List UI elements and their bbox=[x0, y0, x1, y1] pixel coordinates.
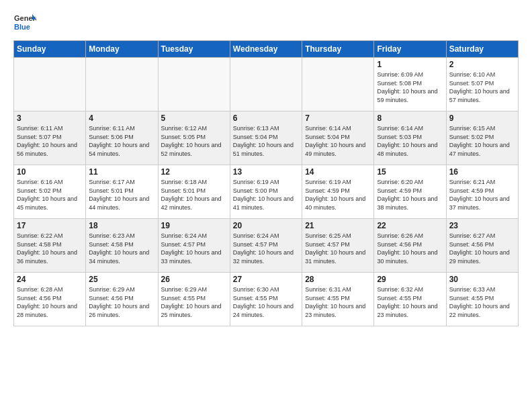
day-number: 18 bbox=[89, 221, 154, 230]
calendar-cell: 24Sunrise: 6:28 AMSunset: 4:56 PMDayligh… bbox=[14, 273, 86, 326]
calendar-cell: 20Sunrise: 6:24 AMSunset: 4:57 PMDayligh… bbox=[230, 219, 302, 273]
calendar-cell: 18Sunrise: 6:23 AMSunset: 4:58 PMDayligh… bbox=[86, 219, 158, 273]
day-info: Sunrise: 6:14 AMSunset: 5:03 PMDaylight:… bbox=[377, 124, 443, 158]
weekday-header-row: SundayMondayTuesdayWednesdayThursdayFrid… bbox=[14, 41, 519, 58]
day-info: Sunrise: 6:19 AMSunset: 4:59 PMDaylight:… bbox=[305, 178, 371, 212]
weekday-monday: Monday bbox=[86, 41, 158, 58]
calendar-cell: 28Sunrise: 6:31 AMSunset: 4:55 PMDayligh… bbox=[302, 273, 374, 326]
day-number: 30 bbox=[449, 275, 515, 284]
logo-svg: General Blue bbox=[13, 11, 36, 34]
day-info: Sunrise: 6:17 AMSunset: 5:01 PMDaylight:… bbox=[89, 178, 154, 212]
calendar-cell: 9Sunrise: 6:15 AMSunset: 5:02 PMDaylight… bbox=[446, 111, 518, 165]
calendar-cell: 10Sunrise: 6:16 AMSunset: 5:02 PMDayligh… bbox=[14, 165, 86, 219]
day-number: 3 bbox=[17, 113, 83, 123]
calendar-cell: 19Sunrise: 6:24 AMSunset: 4:57 PMDayligh… bbox=[158, 219, 230, 273]
calendar-cell: 14Sunrise: 6:19 AMSunset: 4:59 PMDayligh… bbox=[302, 165, 374, 219]
day-info: Sunrise: 6:29 AMSunset: 4:55 PMDaylight:… bbox=[161, 285, 227, 319]
weekday-thursday: Thursday bbox=[302, 41, 374, 58]
day-info: Sunrise: 6:18 AMSunset: 5:01 PMDaylight:… bbox=[161, 178, 227, 212]
day-info: Sunrise: 6:31 AMSunset: 4:55 PMDaylight:… bbox=[305, 285, 371, 319]
day-info: Sunrise: 6:24 AMSunset: 4:57 PMDaylight:… bbox=[161, 232, 227, 265]
calendar-cell: 2Sunrise: 6:10 AMSunset: 5:07 PMDaylight… bbox=[446, 58, 518, 111]
day-number: 29 bbox=[377, 275, 443, 284]
day-info: Sunrise: 6:20 AMSunset: 4:59 PMDaylight:… bbox=[377, 178, 443, 212]
calendar-cell: 16Sunrise: 6:21 AMSunset: 4:59 PMDayligh… bbox=[446, 165, 518, 219]
day-info: Sunrise: 6:32 AMSunset: 4:55 PMDaylight:… bbox=[377, 285, 443, 319]
calendar: SundayMondayTuesdayWednesdayThursdayFrid… bbox=[13, 40, 519, 326]
calendar-cell bbox=[14, 58, 86, 111]
calendar-cell: 13Sunrise: 6:19 AMSunset: 5:00 PMDayligh… bbox=[230, 165, 302, 219]
day-number: 12 bbox=[161, 167, 227, 177]
day-info: Sunrise: 6:16 AMSunset: 5:02 PMDaylight:… bbox=[17, 178, 83, 212]
day-info: Sunrise: 6:22 AMSunset: 4:58 PMDaylight:… bbox=[17, 232, 83, 265]
day-number: 15 bbox=[377, 167, 443, 177]
day-number: 27 bbox=[233, 275, 299, 284]
day-number: 5 bbox=[161, 113, 227, 123]
calendar-cell: 12Sunrise: 6:18 AMSunset: 5:01 PMDayligh… bbox=[158, 165, 230, 219]
day-number: 14 bbox=[305, 167, 371, 177]
calendar-cell: 6Sunrise: 6:13 AMSunset: 5:04 PMDaylight… bbox=[230, 111, 302, 165]
day-number: 6 bbox=[233, 113, 299, 123]
day-info: Sunrise: 6:25 AMSunset: 4:57 PMDaylight:… bbox=[305, 232, 371, 265]
day-number: 26 bbox=[161, 275, 227, 284]
day-info: Sunrise: 6:09 AMSunset: 5:08 PMDaylight:… bbox=[377, 71, 443, 104]
day-info: Sunrise: 6:29 AMSunset: 4:56 PMDaylight:… bbox=[89, 285, 154, 319]
calendar-cell: 1Sunrise: 6:09 AMSunset: 5:08 PMDaylight… bbox=[374, 58, 446, 111]
calendar-cell bbox=[158, 58, 230, 111]
weekday-wednesday: Wednesday bbox=[230, 41, 302, 58]
calendar-cell: 11Sunrise: 6:17 AMSunset: 5:01 PMDayligh… bbox=[86, 165, 158, 219]
calendar-cell: 23Sunrise: 6:27 AMSunset: 4:56 PMDayligh… bbox=[446, 219, 518, 273]
day-number: 24 bbox=[17, 275, 83, 284]
calendar-cell: 7Sunrise: 6:14 AMSunset: 5:04 PMDaylight… bbox=[302, 111, 374, 165]
day-number: 1 bbox=[377, 60, 443, 69]
day-info: Sunrise: 6:30 AMSunset: 4:55 PMDaylight:… bbox=[233, 285, 299, 319]
calendar-cell bbox=[86, 58, 158, 111]
calendar-cell: 29Sunrise: 6:32 AMSunset: 4:55 PMDayligh… bbox=[374, 273, 446, 326]
day-info: Sunrise: 6:24 AMSunset: 4:57 PMDaylight:… bbox=[233, 232, 299, 265]
logo: General Blue bbox=[13, 11, 36, 34]
week-row-5: 24Sunrise: 6:28 AMSunset: 4:56 PMDayligh… bbox=[14, 273, 519, 326]
calendar-cell: 22Sunrise: 6:26 AMSunset: 4:56 PMDayligh… bbox=[374, 219, 446, 273]
calendar-cell: 27Sunrise: 6:30 AMSunset: 4:55 PMDayligh… bbox=[230, 273, 302, 326]
day-number: 16 bbox=[449, 167, 515, 177]
week-row-3: 10Sunrise: 6:16 AMSunset: 5:02 PMDayligh… bbox=[14, 165, 519, 219]
day-number: 2 bbox=[449, 60, 515, 69]
day-info: Sunrise: 6:33 AMSunset: 4:55 PMDaylight:… bbox=[449, 285, 515, 319]
day-info: Sunrise: 6:11 AMSunset: 5:07 PMDaylight:… bbox=[17, 124, 83, 158]
day-number: 17 bbox=[17, 221, 83, 230]
calendar-cell: 4Sunrise: 6:11 AMSunset: 5:06 PMDaylight… bbox=[86, 111, 158, 165]
svg-text:Blue: Blue bbox=[14, 23, 30, 31]
day-info: Sunrise: 6:21 AMSunset: 4:59 PMDaylight:… bbox=[449, 178, 515, 212]
week-row-2: 3Sunrise: 6:11 AMSunset: 5:07 PMDaylight… bbox=[14, 111, 519, 165]
weekday-tuesday: Tuesday bbox=[158, 41, 230, 58]
calendar-cell: 15Sunrise: 6:20 AMSunset: 4:59 PMDayligh… bbox=[374, 165, 446, 219]
day-number: 28 bbox=[305, 275, 371, 284]
calendar-cell: 25Sunrise: 6:29 AMSunset: 4:56 PMDayligh… bbox=[86, 273, 158, 326]
day-number: 8 bbox=[377, 113, 443, 123]
page: General Blue SundayMondayTuesdayWednesda… bbox=[0, 0, 532, 411]
calendar-cell bbox=[302, 58, 374, 111]
day-info: Sunrise: 6:14 AMSunset: 5:04 PMDaylight:… bbox=[305, 124, 371, 158]
day-number: 20 bbox=[233, 221, 299, 230]
day-number: 21 bbox=[305, 221, 371, 230]
day-info: Sunrise: 6:26 AMSunset: 4:56 PMDaylight:… bbox=[377, 232, 443, 265]
week-row-4: 17Sunrise: 6:22 AMSunset: 4:58 PMDayligh… bbox=[14, 219, 519, 273]
day-info: Sunrise: 6:12 AMSunset: 5:05 PMDaylight:… bbox=[161, 124, 227, 158]
calendar-cell: 5Sunrise: 6:12 AMSunset: 5:05 PMDaylight… bbox=[158, 111, 230, 165]
day-info: Sunrise: 6:13 AMSunset: 5:04 PMDaylight:… bbox=[233, 124, 299, 158]
day-info: Sunrise: 6:11 AMSunset: 5:06 PMDaylight:… bbox=[89, 124, 154, 158]
calendar-cell: 26Sunrise: 6:29 AMSunset: 4:55 PMDayligh… bbox=[158, 273, 230, 326]
day-info: Sunrise: 6:27 AMSunset: 4:56 PMDaylight:… bbox=[449, 232, 515, 265]
day-number: 25 bbox=[89, 275, 154, 284]
day-number: 9 bbox=[449, 113, 515, 123]
day-number: 13 bbox=[233, 167, 299, 177]
week-row-1: 1Sunrise: 6:09 AMSunset: 5:08 PMDaylight… bbox=[14, 58, 519, 111]
day-number: 7 bbox=[305, 113, 371, 123]
day-number: 4 bbox=[89, 113, 154, 123]
day-number: 10 bbox=[17, 167, 83, 177]
weekday-friday: Friday bbox=[374, 41, 446, 58]
day-info: Sunrise: 6:15 AMSunset: 5:02 PMDaylight:… bbox=[449, 124, 515, 158]
day-info: Sunrise: 6:23 AMSunset: 4:58 PMDaylight:… bbox=[89, 232, 154, 265]
day-number: 11 bbox=[89, 167, 154, 177]
weekday-saturday: Saturday bbox=[446, 41, 518, 58]
